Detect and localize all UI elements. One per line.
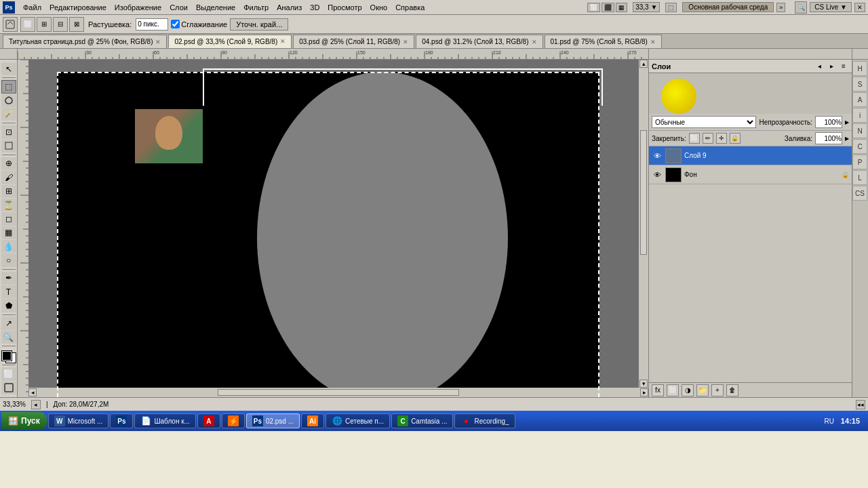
- menu-file[interactable]: Файл: [19, 2, 45, 13]
- lock-image-btn[interactable]: ✏: [703, 133, 713, 144]
- dodge-tool[interactable]: ○: [1, 253, 16, 266]
- add-selection-btn[interactable]: ⊞: [37, 17, 52, 32]
- scroll-h-thumb[interactable]: [218, 389, 459, 396]
- antialias-checkbox-label[interactable]: Сглаживание: [171, 20, 227, 28]
- lock-position-btn[interactable]: ✛: [716, 133, 727, 144]
- scroll-v-thumb[interactable]: [640, 130, 647, 255]
- eraser-tool[interactable]: ◻: [1, 212, 16, 225]
- scrollbar-horizontal[interactable]: ◂ ▸: [28, 388, 648, 397]
- zoom-tool[interactable]: 🔍: [1, 331, 16, 344]
- expand-btn[interactable]: »: [776, 3, 785, 12]
- tab-2[interactable]: 03.psd @ 25% (Слой 11, RGB/8) ✕: [293, 35, 414, 48]
- subtract-selection-btn[interactable]: ⊟: [53, 17, 68, 32]
- gradient-tool[interactable]: ▦: [1, 226, 16, 239]
- tab-1-close[interactable]: ✕: [280, 38, 285, 45]
- clone-tool[interactable]: ⊞: [1, 185, 16, 198]
- scrollbar-vertical[interactable]: ▴ ▾: [639, 60, 648, 388]
- path-select-tool[interactable]: ↗: [1, 317, 16, 329]
- wand-tool[interactable]: 🪄: [1, 108, 16, 121]
- crop-tool[interactable]: ⊡: [1, 125, 16, 138]
- panel-expand-right-btn[interactable]: ▸: [826, 61, 837, 72]
- tab-4-close[interactable]: ✕: [650, 39, 656, 45]
- fill-arrow[interactable]: ▶: [845, 136, 849, 142]
- opacity-input[interactable]: [815, 116, 842, 128]
- scroll-up-btn[interactable]: ▴: [639, 60, 648, 68]
- layer-delete-btn[interactable]: 🗑: [726, 384, 738, 396]
- tab-1[interactable]: 02.psd @ 33,3% (Слой 9, RGB/8) ✕: [168, 35, 292, 48]
- history-panel-btn[interactable]: H: [852, 61, 867, 76]
- layer-row-1[interactable]: 👁 Фон 🔒: [649, 165, 852, 184]
- workspace-button[interactable]: Основная рабочая среда: [682, 2, 774, 12]
- menu-view[interactable]: Просмотр: [323, 2, 366, 13]
- taskbar-app-recording[interactable]: ● Recording_: [454, 413, 515, 428]
- para-panel-btn[interactable]: P: [852, 155, 867, 169]
- tab-4[interactable]: 01.psd @ 75% (Слой 5, RGB/8) ✕: [545, 35, 662, 48]
- panel-expand-left-btn[interactable]: ◂: [814, 61, 825, 72]
- antialias-checkbox[interactable]: [171, 20, 180, 28]
- opacity-arrow[interactable]: ▶: [845, 119, 849, 125]
- scroll-down-btn[interactable]: ▾: [639, 380, 648, 388]
- blur-tool[interactable]: 💧: [1, 240, 16, 253]
- mode-selector[interactable]: ⬜: [587, 3, 600, 12]
- menu-window[interactable]: Окно: [366, 2, 392, 13]
- taskbar-app-word[interactable]: W Microsoft ...: [48, 413, 109, 428]
- layer-group-btn[interactable]: 📁: [696, 384, 709, 396]
- layer-row-0[interactable]: 👁 Слой 9: [649, 146, 852, 165]
- search-btn[interactable]: 🔍: [795, 1, 807, 14]
- char-panel-btn[interactable]: C: [852, 139, 867, 154]
- tab-0-close[interactable]: ✕: [155, 39, 161, 45]
- tab-3-close[interactable]: ✕: [532, 39, 537, 45]
- nav-prev-btn[interactable]: ◂: [31, 400, 41, 409]
- intersect-selection-btn[interactable]: ⊠: [69, 17, 84, 32]
- tool-preset-btn[interactable]: [3, 17, 18, 32]
- layer-mask-btn[interactable]: ⬜: [667, 384, 679, 396]
- heal-tool[interactable]: ⊕: [1, 157, 16, 170]
- scroll-right-btn[interactable]: ▸: [640, 388, 648, 396]
- menu-filter[interactable]: Фильтр: [239, 2, 273, 13]
- tray-lang[interactable]: RU: [824, 418, 833, 425]
- taskbar-app-ps2[interactable]: Ps 02.psd ...: [246, 413, 300, 428]
- info-panel-btn[interactable]: i: [852, 108, 867, 123]
- layer-new-btn[interactable]: +: [711, 384, 724, 396]
- foreground-color[interactable]: [2, 351, 12, 361]
- eyedropper-tool[interactable]: [1, 140, 16, 152]
- taskbar-app-network[interactable]: 🌐 Сетевые п...: [326, 413, 390, 428]
- mode-btn2[interactable]: ⬛: [601, 3, 614, 12]
- taskbar-app-camtasia[interactable]: C Camtasia ...: [391, 413, 453, 428]
- mode-btn3[interactable]: ▦: [616, 3, 627, 12]
- fill-input[interactable]: [815, 132, 842, 144]
- nav-panel-btn[interactable]: N: [852, 123, 867, 138]
- layer-1-eye[interactable]: 👁: [652, 169, 663, 180]
- screen-mode-btn[interactable]: [1, 382, 16, 394]
- taskbar-app-ai[interactable]: Ai: [301, 413, 324, 428]
- color-swatch[interactable]: [2, 351, 16, 363]
- menu-select[interactable]: Выделение: [192, 2, 239, 13]
- screen-mode[interactable]: ⬚: [665, 3, 677, 12]
- layer-adjustment-btn[interactable]: ◑: [682, 384, 694, 396]
- menu-edit[interactable]: Редактирование: [45, 2, 111, 13]
- taskbar-app-template[interactable]: 📄 Шаблон к...: [134, 413, 196, 428]
- blend-mode-select[interactable]: Обычные: [652, 116, 756, 128]
- move-tool[interactable]: ↖: [1, 62, 16, 75]
- taskbar-app-ps1[interactable]: Ps: [110, 413, 133, 428]
- menu-3d[interactable]: 3D: [306, 2, 323, 13]
- taskbar-app-flash[interactable]: ⚡: [222, 413, 245, 428]
- menu-analysis[interactable]: Анализ: [273, 2, 306, 13]
- lock-transparent-btn[interactable]: ⬜: [689, 133, 700, 144]
- tab-0[interactable]: Титульная страница.psd @ 25% (Фон, RGB/8…: [3, 35, 167, 48]
- tab-2-close[interactable]: ✕: [403, 39, 408, 45]
- new-selection-btn[interactable]: ⬜: [20, 17, 35, 32]
- layer-comp-btn[interactable]: L: [852, 170, 867, 185]
- clone-src-btn[interactable]: CS: [852, 186, 867, 201]
- swatches-panel-btn[interactable]: S: [852, 77, 867, 92]
- quick-mask-btn[interactable]: ⬜: [1, 367, 16, 380]
- cslive-button[interactable]: CS Live ▼: [810, 2, 852, 12]
- layer-0-eye[interactable]: 👁: [652, 150, 663, 161]
- scroll-v-track[interactable]: [640, 68, 647, 380]
- adjustments-panel-btn[interactable]: A: [852, 92, 867, 107]
- menu-image[interactable]: Изображение: [111, 2, 165, 13]
- menu-layers[interactable]: Слои: [165, 2, 192, 13]
- text-tool[interactable]: T: [1, 285, 16, 298]
- menu-help[interactable]: Справка: [391, 2, 429, 13]
- history-tool[interactable]: ⏳: [1, 199, 16, 211]
